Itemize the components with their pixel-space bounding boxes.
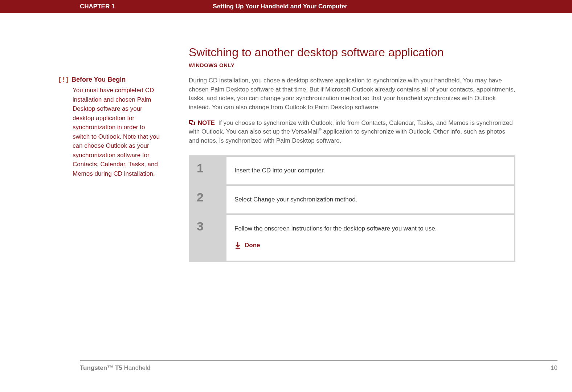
before-you-begin-body: You must have completed CD installation … [73, 86, 163, 178]
main-content: Switching to another desktop software ap… [189, 46, 515, 262]
step-row: 2 Select Change your synchronization met… [190, 186, 514, 213]
page-number: 10 [551, 364, 557, 372]
step-row: 1 Insert the CD into your computer. [190, 157, 514, 184]
step-number-cell: 2 [190, 186, 226, 213]
step-row: 3 Follow the onscreen instructions for t… [190, 215, 514, 261]
chapter-label: CHAPTER 1 [80, 3, 115, 10]
step-number-cell: 3 [190, 215, 226, 261]
page-body: [ ! ] Before You Begin You must have com… [0, 13, 572, 262]
before-you-begin-callout: [ ! ] Before You Begin You must have com… [59, 76, 163, 178]
step-text: Follow the onscreen instructions for the… [234, 225, 437, 232]
section-title: Switching to another desktop software ap… [189, 46, 515, 59]
note-label: NOTE [198, 119, 215, 126]
steps-container: 1 Insert the CD into your computer. 2 Se… [189, 155, 515, 262]
done-row: Done [234, 241, 506, 250]
registered-mark: ® [319, 128, 321, 132]
step-number-cell: 1 [190, 157, 226, 184]
done-label: Done [245, 241, 260, 250]
os-label: WINDOWS ONLY [189, 62, 515, 68]
step-number: 3 [197, 220, 204, 232]
note-icon [189, 119, 195, 125]
alert-bracket-icon: [ ! ] [59, 76, 68, 83]
header-bar: CHAPTER 1 Setting Up Your Handheld and Y… [0, 0, 572, 13]
footer-product: Tungsten™ T5 Handheld [80, 364, 150, 372]
step-content: Insert the CD into your computer. [226, 157, 514, 184]
intro-paragraph: During CD installation, you chose a desk… [189, 76, 515, 112]
sidebar: [ ! ] Before You Begin You must have com… [62, 46, 171, 262]
done-arrow-icon [234, 242, 241, 249]
step-number: 1 [197, 162, 204, 174]
note-block: NOTE If you choose to synchronize with O… [189, 119, 515, 146]
step-number: 2 [197, 191, 204, 203]
step-content: Follow the onscreen instructions for the… [226, 215, 514, 261]
footer-model: Handheld [122, 364, 151, 371]
chapter-title: Setting Up Your Handheld and Your Comput… [213, 3, 347, 10]
step-content: Select Change your synchronization metho… [226, 186, 514, 213]
footer-brand: Tungsten™ T5 [80, 364, 122, 371]
footer: Tungsten™ T5 Handheld 10 [80, 360, 557, 372]
before-you-begin-heading: Before You Begin [72, 76, 126, 83]
